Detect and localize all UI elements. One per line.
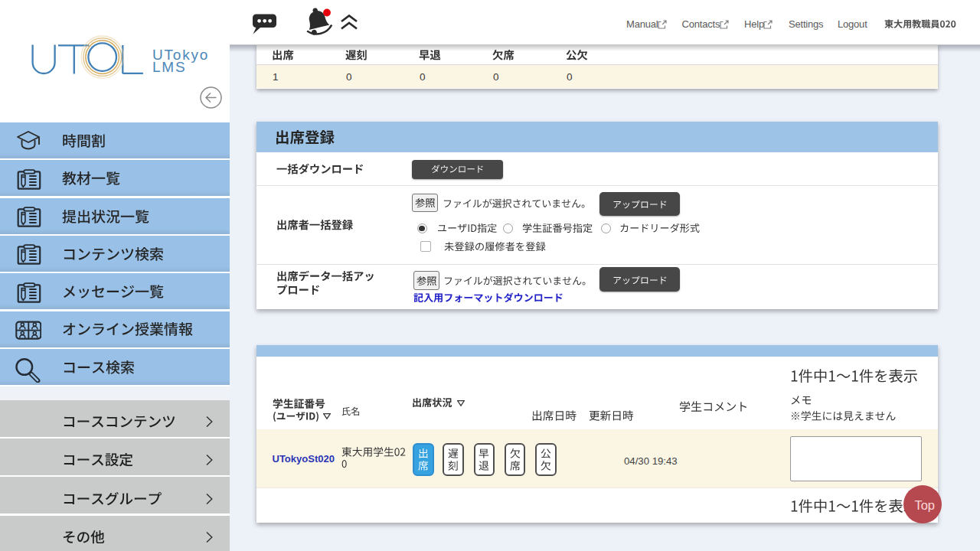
svg-text:LMS: LMS — [152, 59, 186, 75]
